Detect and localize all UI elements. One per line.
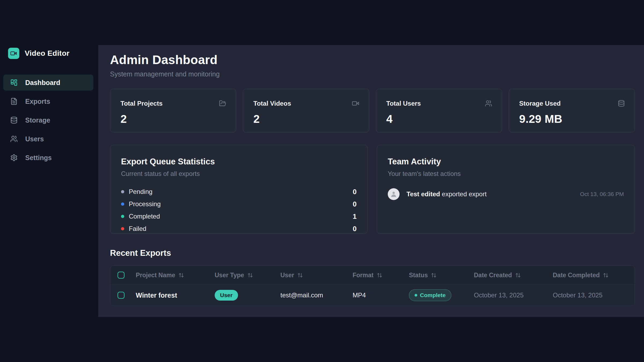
queue-value: 0 bbox=[353, 200, 357, 208]
stat-cards-row: Total Projects 2 Total Videos 2 Total Us… bbox=[110, 89, 635, 132]
sidebar-item-settings[interactable]: Settings bbox=[3, 150, 93, 166]
activity-timestamp: Oct 13, 06:36 PM bbox=[580, 191, 624, 197]
export-queue-card: Export Queue Statistics Current status o… bbox=[110, 145, 368, 234]
avatar bbox=[388, 188, 400, 200]
app-logo: Video Editor bbox=[8, 48, 98, 59]
page-subtitle: System management and monitoring bbox=[110, 70, 635, 78]
sort-arrows-icon bbox=[178, 272, 184, 278]
column-header-user-type[interactable]: User Type bbox=[215, 272, 280, 279]
column-label: User bbox=[280, 272, 294, 279]
queue-row-completed: Completed 1 bbox=[121, 210, 357, 223]
column-header-date-completed[interactable]: Date Completed bbox=[553, 272, 635, 279]
pending-dot-icon bbox=[121, 190, 124, 193]
video-camera-icon bbox=[352, 100, 359, 107]
video-camera-icon bbox=[8, 48, 19, 59]
cell-user-type: User bbox=[215, 290, 280, 301]
sidebar-item-storage[interactable]: Storage bbox=[3, 112, 93, 128]
sidebar-nav: Dashboard Exports Storage Users Settings bbox=[0, 75, 98, 166]
gear-icon bbox=[10, 154, 18, 161]
users-icon bbox=[485, 100, 492, 107]
stat-label: Total Projects bbox=[120, 100, 163, 107]
sort-arrows-icon bbox=[297, 272, 303, 278]
column-header-project-name[interactable]: Project Name bbox=[136, 272, 215, 279]
stat-card-storage-used: Storage Used 9.29 MB bbox=[509, 89, 635, 132]
activity-text: Test edited exported export bbox=[407, 190, 486, 198]
select-all-checkbox[interactable] bbox=[118, 272, 125, 279]
table-row[interactable]: Winter forest User test@mail.com MP4 Com… bbox=[110, 285, 635, 306]
queue-row-processing: Processing 0 bbox=[121, 198, 357, 210]
column-label: User Type bbox=[215, 272, 244, 279]
stat-value: 9.29 MB bbox=[519, 113, 625, 125]
sort-arrows-icon bbox=[431, 272, 437, 278]
cell-date-completed: October 13, 2025 bbox=[553, 291, 635, 299]
sidebar-item-label: Settings bbox=[25, 154, 52, 162]
queue-row-failed: Failed 0 bbox=[121, 223, 357, 235]
stat-label: Total Videos bbox=[253, 100, 291, 107]
sort-arrows-icon bbox=[515, 272, 521, 278]
queue-value: 0 bbox=[353, 188, 357, 196]
column-label: Date Created bbox=[474, 272, 512, 279]
recent-exports-title: Recent Exports bbox=[110, 248, 635, 258]
export-queue-subtitle: Current status of all exports bbox=[121, 170, 357, 178]
activity-actor: Test edited bbox=[407, 190, 440, 198]
column-header-user[interactable]: User bbox=[280, 272, 353, 279]
activity-action: exported export bbox=[442, 190, 487, 198]
column-label: Project Name bbox=[136, 272, 175, 279]
queue-value: 0 bbox=[353, 225, 357, 233]
stat-value: 4 bbox=[386, 113, 492, 125]
sidebar-item-exports[interactable]: Exports bbox=[3, 93, 93, 109]
column-header-format[interactable]: Format bbox=[353, 272, 409, 279]
main-content: Admin Dashboard System management and mo… bbox=[98, 45, 644, 317]
sort-arrows-icon bbox=[377, 272, 382, 278]
queue-value: 1 bbox=[353, 212, 357, 221]
export-queue-title: Export Queue Statistics bbox=[121, 157, 357, 167]
failed-dot-icon bbox=[121, 227, 124, 230]
sort-arrows-icon bbox=[247, 272, 253, 278]
cell-status: Complete bbox=[409, 289, 474, 301]
status-dot-icon bbox=[415, 294, 417, 297]
row-checkbox[interactable] bbox=[118, 292, 125, 299]
dashboard-grid-icon bbox=[10, 79, 18, 86]
column-label: Status bbox=[409, 272, 428, 279]
stat-value: 2 bbox=[253, 113, 359, 125]
export-queue-list: Pending 0 Processing 0 Completed bbox=[121, 186, 357, 235]
table-header-row: Project Name User Type User Format Statu… bbox=[110, 266, 635, 285]
cell-date-created: October 13, 2025 bbox=[474, 291, 553, 299]
stat-value: 2 bbox=[120, 113, 226, 125]
sidebar: Video Editor Dashboard Exports Storage U… bbox=[0, 0, 98, 362]
queue-row-pending: Pending 0 bbox=[121, 186, 357, 198]
column-header-date-created[interactable]: Date Created bbox=[474, 272, 553, 279]
status-label: Complete bbox=[420, 292, 446, 298]
app-name: Video Editor bbox=[25, 49, 69, 58]
activity-item: Test edited exported export Oct 13, 06:3… bbox=[388, 188, 624, 200]
sidebar-item-label: Storage bbox=[25, 116, 50, 124]
processing-dot-icon bbox=[121, 202, 124, 206]
column-label: Format bbox=[353, 272, 374, 279]
sidebar-item-dashboard[interactable]: Dashboard bbox=[3, 75, 93, 91]
sort-arrows-icon bbox=[603, 272, 609, 278]
database-icon bbox=[618, 100, 625, 107]
stat-card-total-users: Total Users 4 bbox=[376, 89, 502, 132]
column-label: Date Completed bbox=[553, 272, 600, 279]
cell-user-email: test@mail.com bbox=[280, 291, 353, 299]
stat-label: Total Users bbox=[386, 100, 421, 107]
document-icon bbox=[10, 98, 18, 105]
sidebar-item-label: Exports bbox=[25, 98, 50, 105]
users-icon bbox=[10, 135, 18, 143]
queue-label: Completed bbox=[129, 213, 160, 220]
team-activity-title: Team Activity bbox=[388, 157, 624, 167]
sidebar-item-label: Dashboard bbox=[25, 79, 60, 87]
stat-label: Storage Used bbox=[519, 100, 561, 107]
queue-label: Failed bbox=[129, 225, 146, 232]
database-icon bbox=[10, 116, 18, 124]
sidebar-item-label: Users bbox=[25, 135, 44, 143]
column-header-status[interactable]: Status bbox=[409, 272, 474, 279]
page-title: Admin Dashboard bbox=[110, 53, 635, 67]
sidebar-item-users[interactable]: Users bbox=[3, 131, 93, 147]
status-badge: Complete bbox=[409, 289, 451, 301]
cell-format: MP4 bbox=[353, 291, 409, 299]
stat-card-total-videos: Total Videos 2 bbox=[243, 89, 369, 132]
queue-label: Processing bbox=[129, 200, 161, 208]
team-activity-subtitle: Your team's latest actions bbox=[388, 170, 624, 178]
folder-open-icon bbox=[219, 100, 226, 107]
